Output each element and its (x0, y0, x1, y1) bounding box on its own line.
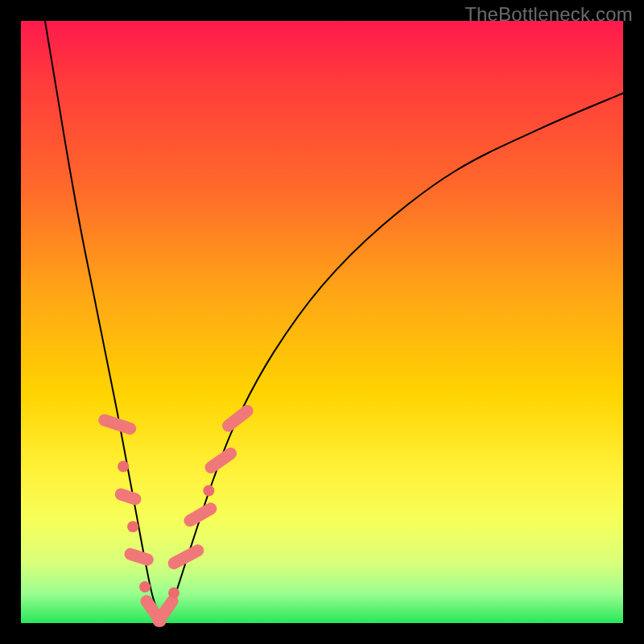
chart-svg (21, 21, 623, 623)
curve-marker-pill (166, 543, 206, 572)
curve-marker-pill (182, 501, 219, 529)
curve-marker-pill (114, 487, 143, 507)
watermark-text: TheBottleneck.com (464, 3, 633, 26)
curve-marker-pill (220, 402, 256, 434)
curve-marker-dot (118, 461, 129, 473)
chart-plot-area (21, 21, 623, 623)
curve-marker-dot (127, 521, 138, 532)
marker-layer (97, 402, 255, 630)
curve-marker-dot (203, 485, 214, 496)
curve-marker-dot (168, 588, 180, 599)
curve-marker-pill (123, 547, 155, 568)
curve-marker-dot (139, 581, 151, 592)
curve-marker-pill (203, 445, 239, 476)
